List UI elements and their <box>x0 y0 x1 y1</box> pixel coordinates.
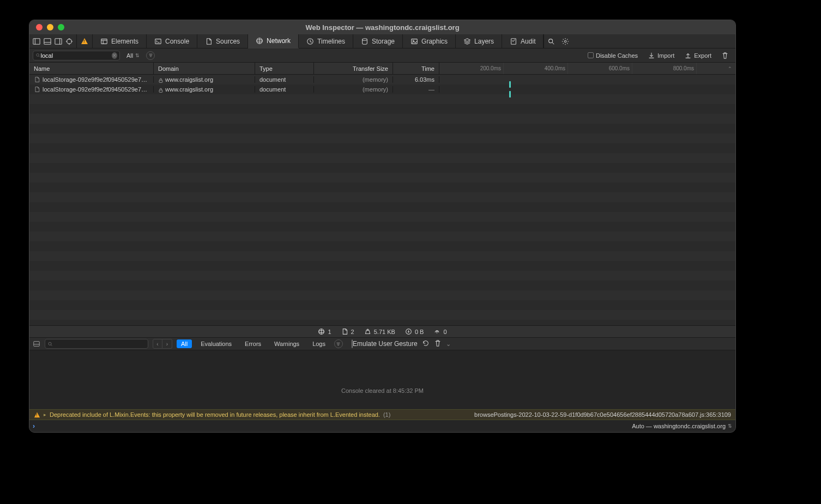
tab-audit[interactable]: Audit <box>502 34 544 48</box>
console-tab-all[interactable]: All <box>177 339 192 348</box>
tab-layers[interactable]: Layers <box>456 34 502 48</box>
table-row[interactable]: localStorage-092e9f9e2f09450529e74… www.… <box>29 75 735 84</box>
timelines-icon <box>306 38 314 45</box>
svg-point-28 <box>37 54 39 57</box>
tab-sources[interactable]: Sources <box>197 34 248 48</box>
clear-filter-button[interactable]: ✕ <box>112 52 117 59</box>
tab-audit-label: Audit <box>521 38 535 45</box>
cell-domain: www.craigslist.org <box>154 76 255 83</box>
layers-icon <box>463 38 471 45</box>
cell-size: (memory) <box>314 76 393 83</box>
emulate-gesture-toggle[interactable]: Emulate User Gesture <box>352 340 418 348</box>
stat-other: 0 <box>433 328 446 335</box>
search-icon[interactable] <box>547 38 555 45</box>
console-scope-button[interactable] <box>334 339 343 348</box>
export-icon <box>684 52 692 59</box>
scope-icon <box>336 342 341 347</box>
grouping-button[interactable] <box>146 51 155 60</box>
filter-icon <box>35 52 41 58</box>
col-name-header[interactable]: Name <box>29 63 154 74</box>
console-filter-wrapper[interactable] <box>45 339 148 349</box>
tab-storage[interactable]: Storage <box>353 34 403 48</box>
tick-800: 800.0ms <box>673 65 694 71</box>
dock-left-icon[interactable] <box>33 38 40 45</box>
window-title: Web Inspector — washingtondc.craigslist.… <box>29 23 735 32</box>
col-type-header[interactable]: Type <box>255 63 314 74</box>
export-button[interactable]: Export <box>681 52 715 59</box>
console-tab-warnings[interactable]: Warnings <box>270 339 304 348</box>
svg-rect-0 <box>33 38 40 44</box>
console-collapse-button[interactable]: ⌄ <box>446 340 451 348</box>
tab-timelines-label: Timelines <box>317 38 345 45</box>
svg-point-27 <box>565 40 567 42</box>
console-tab-logs[interactable]: Logs <box>308 339 330 348</box>
cell-domain: www.craigslist.org <box>154 86 255 93</box>
console-body[interactable]: Console cleared at 8:45:32 PM <box>29 350 735 409</box>
execution-context-label: Auto — washingtondc.craigslist.org <box>632 423 726 429</box>
tab-graphics[interactable]: Graphics <box>403 34 456 48</box>
svg-rect-34 <box>159 90 162 92</box>
cell-type: document <box>255 86 314 93</box>
cell-time: 6.03ms <box>393 76 439 83</box>
filter-input[interactable] <box>41 52 112 59</box>
elements-icon <box>100 38 108 45</box>
prev-result-button[interactable]: ‹ <box>153 339 162 349</box>
tick-600: 600.0ms <box>609 65 630 71</box>
console-clear-button[interactable] <box>434 339 442 349</box>
chevron-updown-icon: ⇅ <box>135 53 140 58</box>
tab-console-label: Console <box>165 38 189 45</box>
stat-other-value: 0 <box>443 329 446 335</box>
toggle-details-button[interactable]: ⌃ <box>725 63 735 74</box>
filter-scope-select[interactable]: All ⇅ <box>123 51 143 60</box>
execution-context-select[interactable]: Auto — washingtondc.craigslist.org ⇅ <box>632 423 732 429</box>
network-toolbar: ✕ All ⇅ Disable Caches Import Export <box>29 48 735 63</box>
disable-caches-toggle[interactable]: Disable Caches <box>584 52 641 59</box>
cell-size: (memory) <box>314 86 393 93</box>
cell-time: — <box>393 86 439 93</box>
col-time-header[interactable]: Time <box>393 63 439 74</box>
console-warning-row[interactable]: ▸ Deprecated include of L.Mixin.Events: … <box>29 409 735 420</box>
filter-input-wrapper[interactable]: ✕ <box>33 51 120 60</box>
element-picker-icon[interactable] <box>65 38 73 45</box>
network-rows[interactable]: localStorage-092e9f9e2f09450529e74… www.… <box>29 75 735 325</box>
warning-count: (1) <box>383 411 390 418</box>
next-result-button[interactable]: › <box>162 339 172 349</box>
console-input-row[interactable]: › Auto — washingtondc.craigslist.org ⇅ <box>29 420 735 432</box>
col-domain-header[interactable]: Domain <box>154 63 255 74</box>
console-tab-errors[interactable]: Errors <box>240 339 265 348</box>
search-icon <box>47 341 53 347</box>
weight-icon <box>364 328 371 335</box>
warning-source-link[interactable]: browsePostings-2022-10-03-22-59-d1f0d9b6… <box>474 411 731 418</box>
console-drawer-icon[interactable] <box>33 340 40 348</box>
dock-right-icon[interactable] <box>55 38 62 45</box>
svg-rect-14 <box>155 39 161 44</box>
dock-bottom-icon[interactable] <box>44 38 51 45</box>
issue-indicators[interactable] <box>77 34 93 48</box>
cell-name: localStorage-092e9f9e2f09450529e74… <box>29 86 154 93</box>
download-icon <box>405 328 412 335</box>
audit-icon <box>510 38 517 45</box>
svg-line-29 <box>39 56 40 57</box>
table-row[interactable]: localStorage-092e9f9e2f09450529e74… www.… <box>29 84 735 94</box>
tab-console[interactable]: Console <box>147 34 197 48</box>
warnings-indicator-icon[interactable] <box>81 38 88 44</box>
tab-network[interactable]: Network <box>248 34 299 48</box>
clear-network-button[interactable] <box>718 52 732 59</box>
upload-icon <box>433 328 440 335</box>
disclosure-triangle-icon[interactable]: ▸ <box>44 412 46 417</box>
timeline-header[interactable]: 200.0ms 400.0ms 600.0ms 800.0ms <box>439 63 725 74</box>
chevron-up-icon: ⌃ <box>728 66 732 71</box>
tab-elements[interactable]: Elements <box>93 34 147 48</box>
col-size-header[interactable]: Transfer Size <box>314 63 393 74</box>
import-button[interactable]: Import <box>644 52 678 59</box>
console-tab-eval[interactable]: Evaluations <box>196 339 236 348</box>
gear-icon[interactable] <box>562 38 569 45</box>
console-reload-button[interactable] <box>422 339 430 349</box>
tick-200: 200.0ms <box>480 65 501 71</box>
console-filter-input[interactable] <box>53 341 146 347</box>
graphics-icon <box>410 38 418 45</box>
grouping-icon <box>148 53 153 58</box>
svg-point-42 <box>49 342 51 345</box>
svg-rect-24 <box>511 38 516 44</box>
tab-timelines[interactable]: Timelines <box>299 34 353 48</box>
